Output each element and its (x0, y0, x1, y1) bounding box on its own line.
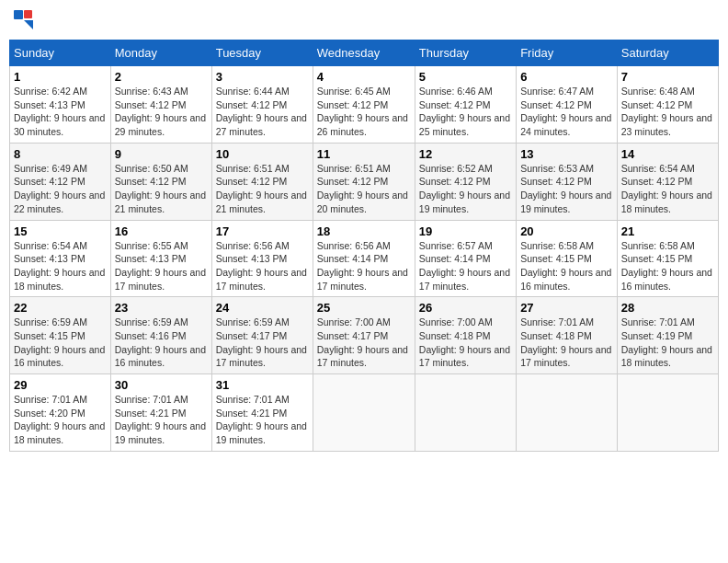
calendar-cell: 30 Sunrise: 7:01 AMSunset: 4:21 PMDaylig… (110, 374, 211, 452)
day-number: 8 (14, 147, 107, 161)
calendar-cell: 12 Sunrise: 6:52 AMSunset: 4:12 PMDaylig… (415, 143, 516, 220)
day-info: Sunrise: 7:01 AMSunset: 4:19 PMDaylight:… (621, 316, 712, 368)
calendar-cell (517, 374, 618, 452)
calendar-cell: 4 Sunrise: 6:45 AMSunset: 4:12 PMDayligh… (313, 66, 415, 144)
calendar-cell: 24 Sunrise: 6:59 AMSunset: 4:17 PMDaylig… (211, 297, 313, 374)
day-number: 20 (520, 224, 613, 238)
day-number: 29 (14, 378, 107, 392)
logo-icon (13, 9, 33, 32)
day-number: 2 (115, 70, 208, 84)
day-number: 15 (14, 224, 107, 238)
day-number: 17 (216, 224, 309, 238)
day-number: 23 (115, 301, 208, 315)
day-number: 21 (621, 224, 714, 238)
header-day-tuesday: Tuesday (211, 40, 313, 66)
day-number: 1 (14, 70, 107, 84)
calendar-cell: 6 Sunrise: 6:47 AMSunset: 4:12 PMDayligh… (517, 66, 618, 144)
day-info: Sunrise: 6:56 AMSunset: 4:13 PMDaylight:… (216, 240, 307, 292)
day-number: 31 (216, 378, 309, 392)
day-info: Sunrise: 6:42 AMSunset: 4:13 PMDaylight:… (14, 86, 105, 137)
day-info: Sunrise: 6:43 AMSunset: 4:12 PMDaylight:… (115, 86, 206, 137)
header-day-saturday: Saturday (617, 40, 718, 66)
day-info: Sunrise: 6:47 AMSunset: 4:12 PMDaylight:… (520, 86, 611, 137)
logo (13, 9, 37, 32)
calendar-cell: 28 Sunrise: 7:01 AMSunset: 4:19 PMDaylig… (617, 297, 718, 374)
day-number: 9 (115, 147, 208, 161)
day-number: 22 (14, 301, 107, 315)
day-info: Sunrise: 6:50 AMSunset: 4:12 PMDaylight:… (115, 163, 206, 214)
page-header (9, 9, 719, 32)
day-number: 26 (419, 301, 512, 315)
calendar-cell: 5 Sunrise: 6:46 AMSunset: 4:12 PMDayligh… (415, 66, 516, 144)
day-info: Sunrise: 7:01 AMSunset: 4:20 PMDaylight:… (14, 394, 105, 445)
calendar-cell (313, 374, 415, 452)
calendar-cell: 14 Sunrise: 6:54 AMSunset: 4:12 PMDaylig… (617, 143, 718, 220)
calendar-cell: 15 Sunrise: 6:54 AMSunset: 4:13 PMDaylig… (10, 220, 111, 297)
week-row-1: 1 Sunrise: 6:42 AMSunset: 4:13 PMDayligh… (10, 66, 719, 144)
svg-rect-1 (24, 10, 32, 18)
calendar-cell: 20 Sunrise: 6:58 AMSunset: 4:15 PMDaylig… (517, 220, 618, 297)
day-info: Sunrise: 6:45 AMSunset: 4:12 PMDaylight:… (317, 86, 408, 137)
week-row-4: 22 Sunrise: 6:59 AMSunset: 4:15 PMDaylig… (10, 297, 719, 374)
svg-rect-0 (14, 10, 23, 19)
day-info: Sunrise: 7:01 AMSunset: 4:18 PMDaylight:… (520, 316, 611, 368)
day-number: 14 (621, 147, 714, 161)
day-number: 3 (216, 70, 309, 84)
day-info: Sunrise: 6:44 AMSunset: 4:12 PMDaylight:… (216, 86, 307, 137)
day-info: Sunrise: 6:49 AMSunset: 4:12 PMDaylight:… (14, 163, 105, 214)
calendar-cell: 9 Sunrise: 6:50 AMSunset: 4:12 PMDayligh… (110, 143, 211, 220)
day-info: Sunrise: 6:58 AMSunset: 4:15 PMDaylight:… (621, 240, 712, 292)
header-day-monday: Monday (110, 40, 211, 66)
calendar-cell: 8 Sunrise: 6:49 AMSunset: 4:12 PMDayligh… (10, 143, 111, 220)
calendar-cell: 16 Sunrise: 6:55 AMSunset: 4:13 PMDaylig… (110, 220, 211, 297)
day-number: 11 (317, 147, 411, 161)
calendar-cell (415, 374, 516, 452)
day-number: 6 (520, 70, 613, 84)
day-info: Sunrise: 6:48 AMSunset: 4:12 PMDaylight:… (621, 86, 712, 137)
calendar-header: SundayMondayTuesdayWednesdayThursdayFrid… (10, 40, 719, 66)
day-info: Sunrise: 6:57 AMSunset: 4:14 PMDaylight:… (419, 240, 510, 292)
calendar-cell: 27 Sunrise: 7:01 AMSunset: 4:18 PMDaylig… (517, 297, 618, 374)
day-number: 4 (317, 70, 411, 84)
day-number: 5 (419, 70, 512, 84)
day-info: Sunrise: 7:01 AMSunset: 4:21 PMDaylight:… (216, 394, 307, 445)
calendar-cell: 7 Sunrise: 6:48 AMSunset: 4:12 PMDayligh… (617, 66, 718, 144)
day-info: Sunrise: 7:01 AMSunset: 4:21 PMDaylight:… (115, 394, 206, 445)
day-number: 28 (621, 301, 714, 315)
calendar-cell: 21 Sunrise: 6:58 AMSunset: 4:15 PMDaylig… (617, 220, 718, 297)
day-info: Sunrise: 6:56 AMSunset: 4:14 PMDaylight:… (317, 240, 408, 292)
day-info: Sunrise: 7:00 AMSunset: 4:17 PMDaylight:… (317, 316, 408, 368)
day-number: 25 (317, 301, 411, 315)
day-info: Sunrise: 6:54 AMSunset: 4:13 PMDaylight:… (14, 240, 105, 292)
day-number: 18 (317, 224, 411, 238)
calendar-cell: 13 Sunrise: 6:53 AMSunset: 4:12 PMDaylig… (517, 143, 618, 220)
calendar-table: SundayMondayTuesdayWednesdayThursdayFrid… (9, 40, 719, 452)
calendar-cell: 17 Sunrise: 6:56 AMSunset: 4:13 PMDaylig… (211, 220, 313, 297)
week-row-2: 8 Sunrise: 6:49 AMSunset: 4:12 PMDayligh… (10, 143, 719, 220)
calendar-cell (617, 374, 718, 452)
day-number: 13 (520, 147, 613, 161)
day-number: 19 (419, 224, 512, 238)
day-number: 12 (419, 147, 512, 161)
calendar-cell: 19 Sunrise: 6:57 AMSunset: 4:14 PMDaylig… (415, 220, 516, 297)
calendar-cell: 2 Sunrise: 6:43 AMSunset: 4:12 PMDayligh… (110, 66, 211, 144)
calendar-cell: 10 Sunrise: 6:51 AMSunset: 4:12 PMDaylig… (211, 143, 313, 220)
day-number: 30 (115, 378, 208, 392)
day-info: Sunrise: 6:55 AMSunset: 4:13 PMDaylight:… (115, 240, 206, 292)
header-row: SundayMondayTuesdayWednesdayThursdayFrid… (10, 40, 719, 66)
calendar-body: 1 Sunrise: 6:42 AMSunset: 4:13 PMDayligh… (10, 66, 719, 452)
day-number: 16 (115, 224, 208, 238)
day-info: Sunrise: 6:52 AMSunset: 4:12 PMDaylight:… (419, 163, 510, 214)
header-day-sunday: Sunday (10, 40, 111, 66)
calendar-cell: 29 Sunrise: 7:01 AMSunset: 4:20 PMDaylig… (10, 374, 111, 452)
calendar-cell: 26 Sunrise: 7:00 AMSunset: 4:18 PMDaylig… (415, 297, 516, 374)
calendar-cell: 3 Sunrise: 6:44 AMSunset: 4:12 PMDayligh… (211, 66, 313, 144)
calendar-cell: 22 Sunrise: 6:59 AMSunset: 4:15 PMDaylig… (10, 297, 111, 374)
calendar-cell: 23 Sunrise: 6:59 AMSunset: 4:16 PMDaylig… (110, 297, 211, 374)
svg-marker-2 (24, 20, 33, 29)
header-day-friday: Friday (517, 40, 618, 66)
calendar-cell: 18 Sunrise: 6:56 AMSunset: 4:14 PMDaylig… (313, 220, 415, 297)
day-info: Sunrise: 6:59 AMSunset: 4:15 PMDaylight:… (14, 316, 105, 368)
calendar-cell: 31 Sunrise: 7:01 AMSunset: 4:21 PMDaylig… (211, 374, 313, 452)
day-number: 24 (216, 301, 309, 315)
